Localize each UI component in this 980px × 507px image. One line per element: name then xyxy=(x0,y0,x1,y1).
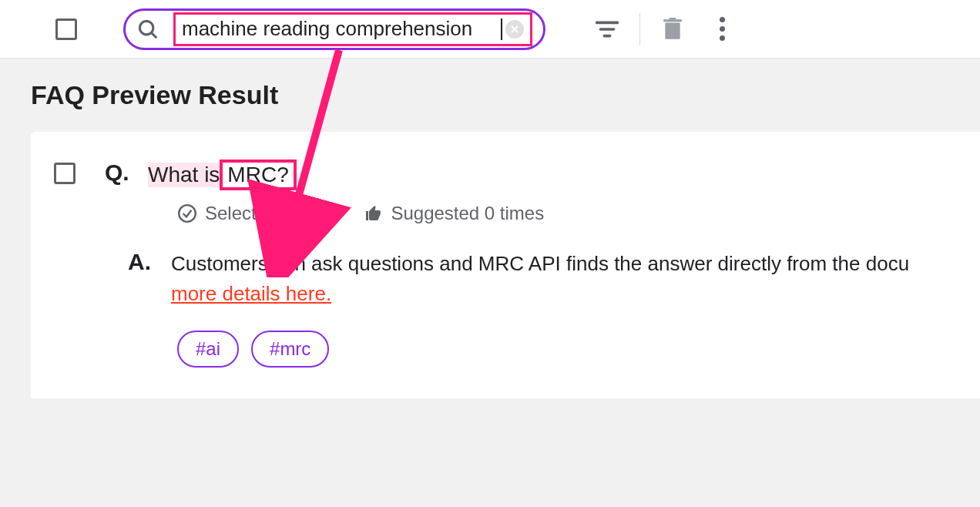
delete-button[interactable] xyxy=(648,11,697,48)
meta-row: Selected 0 times Suggested 0 times xyxy=(177,203,980,224)
toolbar-actions xyxy=(582,11,747,48)
svg-point-0 xyxy=(139,21,153,35)
selected-count: Selected 0 times xyxy=(177,203,341,224)
toolbar-separator xyxy=(639,13,640,45)
answer-link[interactable]: more details here. xyxy=(171,282,331,306)
filter-button[interactable] xyxy=(582,11,632,48)
toolbar xyxy=(0,0,980,59)
answer-row: A. Customers can ask questions and MRC A… xyxy=(128,249,980,306)
thumbs-up-icon xyxy=(364,204,383,223)
question-text: What is MRC? xyxy=(148,159,297,190)
suggested-label: Suggested 0 times xyxy=(391,203,544,224)
check-circle-icon xyxy=(177,203,197,223)
search-highlight-box xyxy=(173,12,532,46)
clear-search-button[interactable] xyxy=(505,20,524,39)
selected-label: Selected 0 times xyxy=(205,203,341,224)
svg-rect-8 xyxy=(663,19,682,22)
question-highlight: MRC? xyxy=(220,159,296,190)
tag-mrc[interactable]: #mrc xyxy=(251,331,329,368)
faq-checkbox[interactable] xyxy=(54,163,76,184)
a-label: A. xyxy=(128,249,171,306)
search-input[interactable] xyxy=(182,17,502,41)
more-vert-icon xyxy=(720,17,725,41)
more-button[interactable] xyxy=(697,11,747,48)
tag-ai[interactable]: #ai xyxy=(177,331,239,368)
svg-rect-9 xyxy=(670,18,676,19)
trash-icon xyxy=(663,18,683,41)
suggested-count: Suggested 0 times xyxy=(364,203,544,224)
q-label: Q. xyxy=(105,159,148,186)
svg-point-10 xyxy=(179,205,196,222)
question-row: Q. What is MRC? xyxy=(54,159,980,190)
page-title: FAQ Preview Result xyxy=(31,80,980,110)
answer-body: Customers can ask questions and MRC API … xyxy=(171,249,909,306)
svg-line-1 xyxy=(152,32,157,38)
faq-card: Q. What is MRC? Selected 0 times Suggest… xyxy=(31,132,980,398)
select-all-checkbox[interactable] xyxy=(55,18,77,40)
text-cursor xyxy=(501,18,502,40)
search-container xyxy=(123,8,545,50)
question-prefix: What is xyxy=(148,163,221,187)
search-icon xyxy=(136,18,159,41)
content-area: FAQ Preview Result Q. What is MRC? Selec… xyxy=(0,59,980,507)
tags-row: #ai #mrc xyxy=(177,331,980,368)
answer-text: Customers can ask questions and MRC API … xyxy=(171,252,909,275)
filter-icon xyxy=(596,21,619,38)
svg-rect-7 xyxy=(665,22,680,39)
